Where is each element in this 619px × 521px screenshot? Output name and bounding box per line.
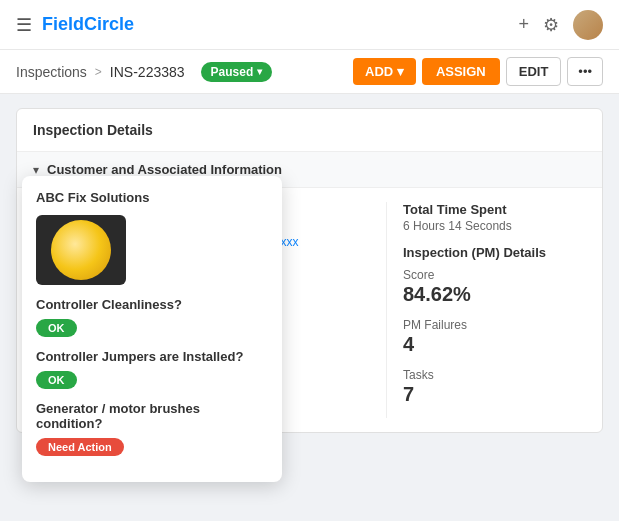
nav-left: ☰ FieldCircle [16, 14, 134, 36]
add-button[interactable]: ADD ▾ [353, 58, 416, 85]
hamburger-icon[interactable]: ☰ [16, 14, 32, 36]
breadcrumb-inspections[interactable]: Inspections [16, 64, 87, 80]
tasks-label: Tasks [403, 368, 586, 382]
breadcrumb-bar: Inspections > INS-223383 Paused ▾ ADD ▾ … [0, 50, 619, 94]
card-header-title: Inspection Details [33, 122, 153, 138]
score-label: Score [403, 268, 586, 282]
answer-badge-2: OK [36, 371, 77, 389]
brand-name: FieldCircle [42, 14, 134, 35]
chevron-down-icon: ▾ [33, 163, 39, 177]
question-3: Generator / motor brushes condition? [36, 401, 268, 431]
status-label: Paused [211, 65, 254, 79]
pm-details-title: Inspection (PM) Details [403, 245, 586, 260]
breadcrumb-current: INS-223383 [110, 64, 185, 80]
breadcrumb-separator: > [95, 65, 102, 79]
total-time-label: Total Time Spent [403, 202, 586, 217]
breadcrumb-actions: ADD ▾ ASSIGN EDIT ••• [353, 57, 603, 86]
popup-image [36, 215, 126, 285]
pm-failures-label: PM Failures [403, 318, 586, 332]
popup-card: ABC Fix Solutions Controller Cleanliness… [22, 176, 282, 482]
score-value: 84.62% [403, 283, 586, 306]
popup-title: ABC Fix Solutions [36, 190, 268, 205]
total-time-value: 6 Hours 14 Seconds [403, 219, 586, 233]
answer-badge-1: OK [36, 319, 77, 337]
plus-icon[interactable]: + [518, 14, 529, 35]
pm-failures-value: 4 [403, 333, 586, 356]
nav-right: + ⚙ [518, 10, 603, 40]
more-button[interactable]: ••• [567, 57, 603, 86]
status-chevron-icon: ▾ [257, 66, 262, 77]
question-1: Controller Cleanliness? [36, 297, 268, 312]
question-2: Controller Jumpers are Installed? [36, 349, 268, 364]
gear-icon[interactable]: ⚙ [543, 14, 559, 36]
card-header: Inspection Details [17, 109, 602, 152]
edit-button[interactable]: EDIT [506, 57, 562, 86]
section-title: Customer and Associated Information [47, 162, 282, 177]
top-nav: ☰ FieldCircle + ⚙ [0, 0, 619, 50]
assign-button[interactable]: ASSIGN [422, 58, 500, 85]
light-bulb-image [51, 220, 111, 280]
avatar[interactable] [573, 10, 603, 40]
status-badge[interactable]: Paused ▾ [201, 62, 273, 82]
stats-column: Total Time Spent 6 Hours 14 Seconds Insp… [386, 202, 586, 418]
main-content: Inspection Details ▾ Customer and Associ… [0, 94, 619, 447]
breadcrumb-left: Inspections > INS-223383 Paused ▾ [16, 62, 272, 82]
tasks-value: 7 [403, 383, 586, 406]
answer-badge-3: Need Action [36, 438, 124, 456]
